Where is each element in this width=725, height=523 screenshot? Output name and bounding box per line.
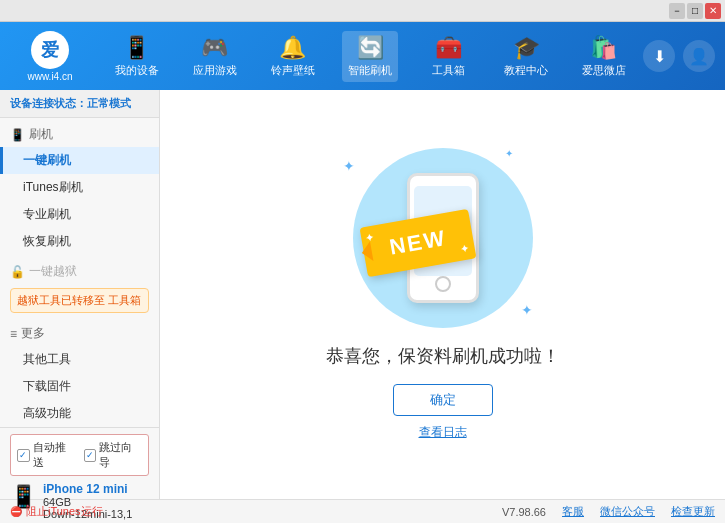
- itunes-stop-label: 阻止iTunes运行: [26, 504, 103, 519]
- view-log-link[interactable]: 查看日志: [419, 424, 467, 441]
- phone-home-button: [435, 276, 451, 292]
- nav-tutorial[interactable]: 🎓 教程中心: [498, 31, 554, 82]
- download-button[interactable]: ⬇: [643, 40, 675, 72]
- nav-ringtones[interactable]: 🔔 铃声壁纸: [265, 31, 321, 82]
- nav-my-device[interactable]: 📱 我的设备: [109, 31, 165, 82]
- stop-icon: ⛔: [10, 506, 22, 517]
- itunes-stop-status: ⛔ 阻止iTunes运行: [10, 504, 103, 519]
- iweidian-icon: 🛍️: [590, 35, 617, 61]
- flash-section-icon: 📱: [10, 128, 25, 142]
- sidebar: 设备连接状态：正常模式 📱 刷机 一键刷机 iTunes刷机 专业刷机 恢复刷机…: [0, 90, 160, 499]
- footer-right: V7.98.66 客服 微信公众号 检查更新: [502, 504, 715, 519]
- sidebar-item-one-click-flash[interactable]: 一键刷机: [0, 147, 159, 174]
- footer-left: ⛔ 阻止iTunes运行: [10, 504, 103, 519]
- jailbreak-note: 越狱工具已转移至 工具箱: [10, 288, 149, 313]
- success-illustration: ✦ ✦ ✦ ✦ NEW ✦: [343, 148, 543, 328]
- toolbox-icon: 🧰: [435, 35, 462, 61]
- nav-ringtones-label: 铃声壁纸: [271, 63, 315, 78]
- auto-send-label: 自动推送: [33, 440, 76, 470]
- checkbox-group: 自动推送 跳过向导: [10, 434, 149, 476]
- nav-smart-flash-label: 智能刷机: [348, 63, 392, 78]
- nav-my-device-label: 我的设备: [115, 63, 159, 78]
- nav-iweidian-label: 爱思微店: [582, 63, 626, 78]
- skip-guide-cb-icon: [84, 449, 97, 462]
- wechat-link[interactable]: 微信公众号: [600, 504, 655, 519]
- ringtones-icon: 🔔: [279, 35, 306, 61]
- auto-send-checkbox[interactable]: 自动推送: [17, 440, 76, 470]
- main-content: ✦ ✦ ✦ ✦ NEW ✦ 恭喜您，保资料刷机成功啦！ 确定 查看日志: [160, 90, 725, 499]
- ribbon-text: NEW: [387, 225, 448, 261]
- nav-iweidian[interactable]: 🛍️ 爱思微店: [576, 31, 632, 82]
- sparkle-1-icon: ✦: [343, 158, 355, 174]
- version-label: V7.98.66: [502, 506, 546, 518]
- check-update-link[interactable]: 检查更新: [671, 504, 715, 519]
- nav-apps-games-label: 应用游戏: [193, 63, 237, 78]
- support-link[interactable]: 客服: [562, 504, 584, 519]
- user-button[interactable]: 👤: [683, 40, 715, 72]
- flash-section-label: 刷机: [29, 126, 53, 143]
- header-actions: ⬇ 👤: [643, 40, 715, 72]
- auto-send-cb-icon: [17, 449, 30, 462]
- flash-section-title: 📱 刷机: [0, 122, 159, 147]
- more-icon: ≡: [10, 327, 17, 341]
- tutorial-icon: 🎓: [513, 35, 540, 61]
- minimize-button[interactable]: －: [669, 3, 685, 19]
- main-area: 设备连接状态：正常模式 📱 刷机 一键刷机 iTunes刷机 专业刷机 恢复刷机…: [0, 90, 725, 499]
- flash-section: 📱 刷机 一键刷机 iTunes刷机 专业刷机 恢复刷机: [0, 122, 159, 255]
- apps-games-icon: 🎮: [201, 35, 228, 61]
- nav-tutorial-label: 教程中心: [504, 63, 548, 78]
- more-section: ≡ 更多 其他工具 下载固件 高级功能: [0, 321, 159, 427]
- title-bar: － □ ✕: [0, 0, 725, 22]
- status-label: 设备连接状态：: [10, 97, 87, 109]
- skip-guide-checkbox[interactable]: 跳过向导: [84, 440, 143, 470]
- smart-flash-icon: 🔄: [357, 35, 384, 61]
- jailbreak-section-title: 🔓 一键越狱: [0, 259, 159, 284]
- nav-smart-flash[interactable]: 🔄 智能刷机: [342, 31, 398, 82]
- star-right-icon: ✦: [459, 242, 471, 255]
- nav-bar: 📱 我的设备 🎮 应用游戏 🔔 铃声壁纸 🔄 智能刷机 🧰 工具箱 🎓 教程中心…: [98, 31, 643, 82]
- nav-apps-games[interactable]: 🎮 应用游戏: [187, 31, 243, 82]
- jailbreak-icon: 🔓: [10, 265, 25, 279]
- sidebar-item-advanced[interactable]: 高级功能: [0, 400, 159, 427]
- my-device-icon: 📱: [123, 35, 150, 61]
- sparkle-2-icon: ✦: [505, 148, 513, 159]
- sparkle-3-icon: ✦: [521, 302, 533, 318]
- maximize-button[interactable]: □: [687, 3, 703, 19]
- sidebar-item-pro-flash[interactable]: 专业刷机: [0, 201, 159, 228]
- logo-subtext: www.i4.cn: [27, 71, 72, 82]
- status-value: 正常模式: [87, 97, 131, 109]
- success-message: 恭喜您，保资料刷机成功啦！: [326, 344, 560, 368]
- logo-icon: 爱: [31, 31, 69, 69]
- confirm-button[interactable]: 确定: [393, 384, 493, 416]
- close-button[interactable]: ✕: [705, 3, 721, 19]
- more-label: 更多: [21, 325, 45, 342]
- logo: 爱 www.i4.cn: [10, 31, 90, 82]
- nav-toolbox-label: 工具箱: [432, 63, 465, 78]
- more-section-title: ≡ 更多: [0, 321, 159, 346]
- sidebar-item-restore-flash[interactable]: 恢复刷机: [0, 228, 159, 255]
- jailbreak-section: 🔓 一键越狱 越狱工具已转移至 工具箱: [0, 259, 159, 317]
- jailbreak-label: 一键越狱: [29, 263, 77, 280]
- sidebar-item-other-tools[interactable]: 其他工具: [0, 346, 159, 373]
- header: 爱 www.i4.cn 📱 我的设备 🎮 应用游戏 🔔 铃声壁纸 🔄 智能刷机 …: [0, 22, 725, 90]
- device-status: 设备连接状态：正常模式: [0, 90, 159, 118]
- nav-toolbox[interactable]: 🧰 工具箱: [420, 31, 476, 82]
- sidebar-item-download-firmware[interactable]: 下载固件: [0, 373, 159, 400]
- star-left-icon: ✦: [364, 231, 376, 244]
- sidebar-item-itunes-flash[interactable]: iTunes刷机: [0, 174, 159, 201]
- skip-guide-label: 跳过向导: [99, 440, 142, 470]
- device-name: iPhone 12 mini: [43, 482, 132, 496]
